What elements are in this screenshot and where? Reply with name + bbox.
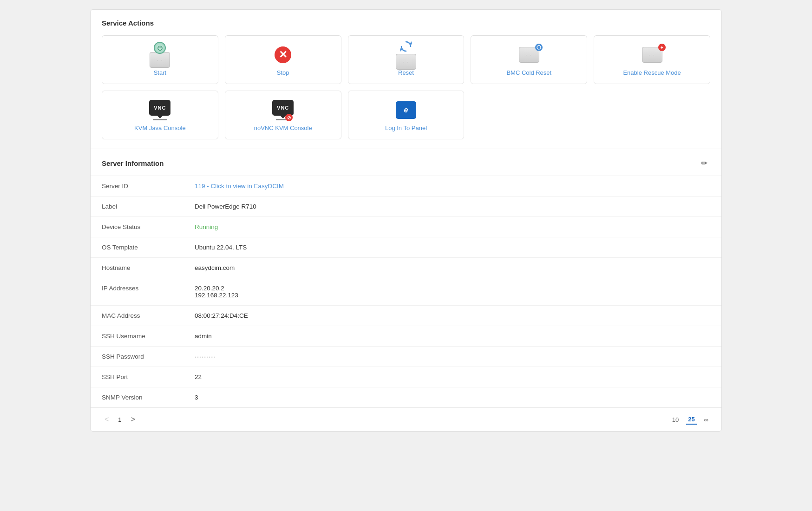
- main-container: Service Actions Star: [90, 9, 722, 432]
- bmc-icon-wrapper: [517, 45, 541, 65]
- reset-label: Reset: [398, 69, 414, 76]
- field-label-ssh-port: SSH Port: [91, 367, 183, 387]
- bmc-dot: [535, 44, 543, 51]
- action-bmc-cold-reset[interactable]: BMC Cold Reset: [471, 35, 587, 84]
- actions-grid-row2: VNC KVM Java Console VNC ⊘: [102, 91, 710, 139]
- bmc-dot-icon: [537, 45, 541, 50]
- field-value-snmp-version: 3: [183, 387, 721, 408]
- log-in-panel-label: Log In To Panel: [385, 124, 427, 131]
- svg-point-3: [537, 46, 541, 49]
- pagination: < 1 > 10 25 ∞: [91, 407, 721, 431]
- next-page-button[interactable]: >: [128, 413, 138, 426]
- ip-address-1: 20.20.20.2: [195, 285, 710, 292]
- table-row: Label Dell PowerEdge R710: [91, 197, 721, 217]
- table-row: Server ID 119 - Click to view in EasyDCI…: [91, 176, 721, 197]
- power-icon: [157, 45, 163, 51]
- field-value-ssh-username: admin: [183, 326, 721, 347]
- field-value-mac: 08:00:27:24:D4:CE: [183, 306, 721, 326]
- rescue-icon-wrapper: +: [640, 45, 664, 65]
- current-page: 1: [115, 415, 124, 424]
- stop-icon: ✕: [275, 46, 291, 63]
- actions-grid-row1: Start ✕ Stop: [102, 35, 710, 84]
- kvm-icon-wrapper: VNC: [148, 100, 172, 120]
- table-row: SSH Username admin: [91, 326, 721, 347]
- server-info-header: Server Information ✏: [91, 149, 721, 176]
- field-value-ip-addresses: 20.20.20.2 192.168.22.123: [183, 278, 721, 306]
- stop-icon-wrapper: ✕: [271, 45, 295, 65]
- field-value-os-template: Ubuntu 22.04. LTS: [183, 237, 721, 258]
- field-label-snmp-version: SNMP Version: [91, 387, 183, 408]
- field-value-ssh-port: 22: [183, 367, 721, 387]
- table-row: Hostname easydcim.com: [91, 258, 721, 278]
- server-info-section: Server Information ✏ Server ID 119 - Cli…: [91, 149, 721, 407]
- action-novnc-kvm-console[interactable]: VNC ⊘ noVNC KVM Console: [225, 91, 341, 139]
- bmc-cold-reset-label: BMC Cold Reset: [506, 69, 551, 76]
- table-row: IP Addresses 20.20.20.2 192.168.22.123: [91, 278, 721, 306]
- field-label-mac: MAC Address: [91, 306, 183, 326]
- rescue-dot: +: [658, 44, 666, 51]
- field-label-ssh-password: SSH Password: [91, 347, 183, 367]
- prev-page-button[interactable]: <: [102, 413, 111, 426]
- enable-rescue-mode-label: Enable Rescue Mode: [623, 69, 681, 76]
- field-label-device-status: Device Status: [91, 217, 183, 237]
- server-box-start: [150, 52, 170, 68]
- page-size-controls: 10 25 ∞: [670, 415, 710, 425]
- action-log-in-panel[interactable]: e Log In To Panel: [348, 91, 465, 139]
- table-row: Device Status Running: [91, 217, 721, 237]
- service-actions-title: Service Actions: [102, 19, 710, 27]
- novnc-kvm-console-label: noVNC KVM Console: [254, 124, 312, 131]
- panel-icon: e: [396, 101, 416, 119]
- field-label-ssh-username: SSH Username: [91, 326, 183, 347]
- action-kvm-java-console[interactable]: VNC KVM Java Console: [102, 91, 218, 139]
- start-icon-wrapper: [148, 45, 172, 65]
- vnc-stand: [153, 119, 167, 120]
- empty-cell-1: [471, 91, 587, 139]
- field-label-hostname: Hostname: [91, 258, 183, 278]
- field-label-ip-addresses: IP Addresses: [91, 278, 183, 306]
- page-controls: < 1 >: [102, 413, 138, 426]
- server-box-reset: [396, 54, 416, 70]
- table-row: SSH Port 22: [91, 367, 721, 387]
- field-value-device-status: Running: [183, 217, 721, 237]
- ip-address-2: 192.168.22.123: [195, 292, 710, 299]
- reset-icon-wrapper: [394, 45, 418, 65]
- empty-cell-2: [594, 91, 710, 139]
- field-value-label: Dell PowerEdge R710: [183, 197, 721, 217]
- status-badge: Running: [195, 223, 218, 230]
- server-id-link[interactable]: 119 - Click to view in EasyDCIM: [195, 183, 284, 190]
- action-stop[interactable]: ✕ Stop: [225, 35, 341, 84]
- vnc-badge-novnc: VNC: [272, 100, 294, 116]
- chevron-left-icon: <: [105, 415, 109, 424]
- field-value-hostname: easydcim.com: [183, 258, 721, 278]
- panel-icon-wrapper: e: [394, 100, 418, 120]
- page-size-10[interactable]: 10: [670, 415, 681, 424]
- stop-label: Stop: [277, 69, 289, 76]
- reset-icon: [398, 40, 414, 53]
- table-row: OS Template Ubuntu 22.04. LTS: [91, 237, 721, 258]
- field-value-ssh-password: ············: [183, 347, 721, 367]
- service-actions-section: Service Actions Star: [91, 10, 721, 149]
- chevron-right-icon: >: [131, 415, 135, 424]
- field-value-server-id: 119 - Click to view in EasyDCIM: [183, 176, 721, 197]
- edit-button[interactable]: ✏: [698, 157, 710, 169]
- vnc-tip: [157, 116, 163, 118]
- page-size-25[interactable]: 25: [686, 415, 696, 425]
- field-label-os-template: OS Template: [91, 237, 183, 258]
- table-row: MAC Address 08:00:27:24:D4:CE: [91, 306, 721, 326]
- server-info-title: Server Information: [102, 159, 164, 167]
- action-start[interactable]: Start: [102, 35, 218, 84]
- novnc-cancel-icon: ⊘: [285, 114, 293, 121]
- table-row: SNMP Version 3: [91, 387, 721, 408]
- field-label-label: Label: [91, 197, 183, 217]
- action-enable-rescue-mode[interactable]: + Enable Rescue Mode: [594, 35, 710, 84]
- start-label: Start: [154, 69, 166, 76]
- kvm-java-console-label: KVM Java Console: [134, 124, 186, 131]
- table-row: SSH Password ············: [91, 347, 721, 367]
- novnc-icon-wrapper: VNC ⊘: [271, 100, 295, 120]
- server-info-table: Server ID 119 - Click to view in EasyDCI…: [91, 176, 721, 407]
- action-reset[interactable]: Reset: [348, 35, 465, 84]
- vnc-badge-kvm: VNC: [149, 100, 170, 116]
- page-size-all[interactable]: ∞: [702, 415, 710, 424]
- field-label-server-id: Server ID: [91, 176, 183, 197]
